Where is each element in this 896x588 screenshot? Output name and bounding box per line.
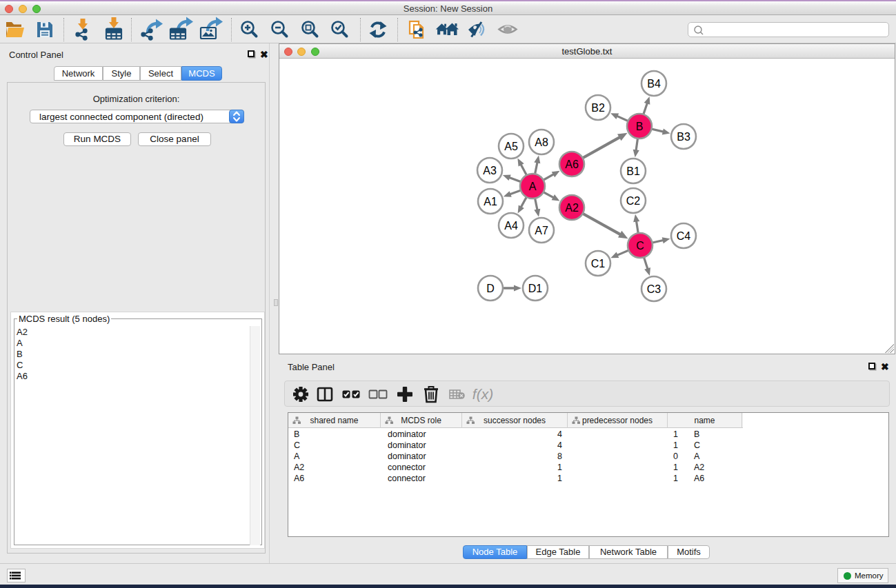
svg-text:A8: A8 (535, 136, 548, 148)
svg-text:D: D (486, 283, 495, 294)
svg-text:B3: B3 (677, 131, 690, 143)
svg-text:B: B (636, 121, 644, 132)
svg-text:B2: B2 (591, 102, 605, 114)
svg-text:C3: C3 (647, 283, 661, 295)
svg-text:A2: A2 (565, 202, 579, 214)
svg-text:D1: D1 (528, 283, 543, 294)
svg-text:C: C (636, 240, 644, 252)
svg-text:A7: A7 (535, 225, 548, 236)
svg-text:A3: A3 (483, 165, 497, 176)
svg-text:C4: C4 (677, 230, 691, 242)
svg-text:A5: A5 (504, 141, 518, 152)
svg-text:B1: B1 (626, 165, 640, 177)
svg-text:A4: A4 (504, 220, 518, 232)
svg-text:A6: A6 (565, 159, 579, 170)
svg-text:f(x): f(x) (472, 386, 493, 402)
svg-text:A1: A1 (484, 196, 497, 207)
svg-text:A: A (529, 181, 537, 192)
svg-text:B4: B4 (647, 78, 661, 90)
svg-text:C2: C2 (626, 195, 641, 207)
svg-text:C1: C1 (591, 258, 606, 270)
